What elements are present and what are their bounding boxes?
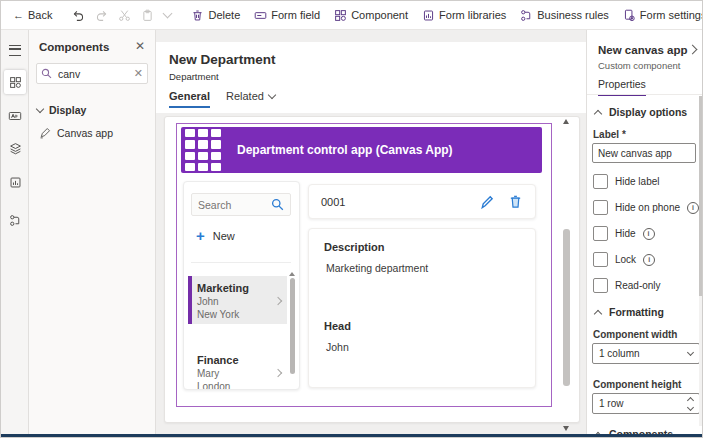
form-settings-icon: [623, 9, 636, 22]
form-title: New Department: [169, 52, 276, 67]
form-libraries-button[interactable]: Form libraries: [416, 6, 512, 25]
component-button[interactable]: Component: [328, 6, 414, 25]
formatting-section-header[interactable]: Formatting: [595, 306, 664, 318]
rail-fields-tab[interactable]: [4, 104, 26, 128]
display-options-section-header[interactable]: Display options: [595, 106, 687, 118]
checkbox[interactable]: [593, 278, 608, 293]
tab-related-label: Related: [226, 90, 264, 102]
components-icon: [9, 76, 22, 89]
department-list-panel: Search + New Marketing John New York Fin…: [183, 181, 300, 390]
chevron-up-icon: [594, 309, 602, 317]
department-city: New York: [197, 309, 287, 320]
chevron-down-icon: [163, 9, 173, 19]
department-city: London: [197, 381, 287, 390]
components-panel-title: Components: [39, 41, 109, 53]
delete-label: Delete: [208, 9, 240, 21]
new-department-button[interactable]: + New: [196, 230, 235, 242]
display-section-header[interactable]: Display: [37, 104, 86, 116]
properties-panel-subtitle: Custom component: [598, 60, 680, 71]
tab-general[interactable]: General: [169, 90, 210, 108]
library-box-icon: [9, 176, 22, 189]
delete-button[interactable]: Delete: [185, 6, 246, 25]
department-list-item[interactable]: Finance Mary London: [188, 348, 287, 388]
form-field-icon: [254, 9, 267, 22]
left-nav-rail: [1, 30, 29, 434]
canvas-app-component-item[interactable]: Canvas app: [39, 127, 113, 139]
list-scrollbar[interactable]: [289, 272, 295, 382]
search-icon: [271, 198, 284, 211]
component-height-spinner[interactable]: 1 row: [592, 393, 700, 414]
canvas-app-banner[interactable]: Department control app (Canvas App): [181, 127, 542, 173]
checkbox[interactable]: [593, 252, 608, 267]
record-detail-card: Description Marketing department Head Jo…: [308, 228, 536, 388]
checkbox-label: Lock: [615, 254, 636, 265]
close-panel-button[interactable]: ✕: [135, 41, 145, 51]
back-arrow-icon: ←: [13, 9, 24, 21]
rail-tree-view-tab[interactable]: [4, 136, 26, 160]
business-rules-icon: [520, 9, 533, 22]
business-rules-button[interactable]: Business rules: [514, 6, 615, 25]
back-button[interactable]: ← Back: [7, 6, 58, 24]
description-value: Marketing department: [326, 262, 520, 274]
edit-pencil-icon[interactable]: [479, 194, 494, 209]
chevron-down-icon: [36, 104, 44, 112]
scroll-up-icon: [289, 272, 295, 276]
label-input[interactable]: [592, 143, 696, 163]
components-search-input[interactable]: [56, 67, 130, 81]
scrollbar-thumb: [699, 96, 703, 296]
checkbox-label: Read-only: [615, 280, 661, 291]
divider: [587, 94, 703, 95]
undo-icon: [72, 9, 85, 22]
chevron-down-icon: [687, 348, 694, 355]
component-icon: [334, 9, 347, 22]
tab-related[interactable]: Related: [226, 90, 275, 108]
lock-checkbox-row: Lock i: [593, 252, 655, 267]
expand-panel-chevron-icon[interactable]: [688, 45, 698, 55]
scrollbar-thumb: [290, 278, 295, 374]
form-settings-button[interactable]: Form settings: [617, 6, 703, 25]
new-label: New: [213, 230, 235, 242]
redo-button[interactable]: [91, 6, 112, 25]
checkbox[interactable]: [593, 226, 608, 241]
paste-options-chevron[interactable]: [160, 10, 175, 20]
checkbox[interactable]: [593, 200, 608, 215]
spinner-arrows[interactable]: [688, 398, 693, 410]
record-id-card: 0001: [308, 184, 536, 219]
component-width-select[interactable]: 1 column: [592, 343, 700, 364]
department-search-box[interactable]: Search: [191, 193, 291, 216]
panel-scrollbar[interactable]: [699, 96, 703, 426]
form-field-button[interactable]: Form field: [248, 6, 326, 25]
command-bar: ← Back Delete Form field Component: [1, 1, 702, 30]
component-height-label: Component height: [593, 379, 681, 390]
clear-search-icon[interactable]: ✕: [134, 67, 143, 80]
scissors-icon: [118, 9, 131, 22]
form-field-label: Form field: [271, 9, 320, 21]
form-designer-window: ← Back Delete Form field Component: [0, 0, 703, 438]
delete-trash-icon[interactable]: [508, 194, 523, 209]
department-list-item[interactable]: Marketing John New York: [188, 276, 287, 324]
cut-button[interactable]: [114, 6, 135, 25]
chevron-down-icon: [268, 90, 276, 98]
head-label: Head: [324, 320, 520, 332]
paste-button[interactable]: [137, 6, 158, 25]
trash-icon: [191, 9, 204, 22]
plus-icon: +: [196, 230, 205, 242]
read-only-checkbox-row: Read-only: [593, 278, 661, 293]
back-label: Back: [28, 9, 52, 21]
display-options-label: Display options: [609, 106, 687, 118]
formatting-label: Formatting: [609, 306, 664, 318]
search-placeholder: Search: [198, 199, 231, 211]
department-name: Finance: [197, 354, 287, 366]
canvas-scrollbar[interactable]: [561, 116, 572, 434]
rail-form-libraries-tab[interactable]: [4, 170, 26, 194]
checkbox-label: Hide label: [615, 176, 659, 187]
business-rules-label: Business rules: [537, 9, 609, 21]
head-value: John: [326, 341, 520, 353]
rail-business-rules-tab[interactable]: [4, 208, 26, 232]
component-label: Component: [351, 9, 408, 21]
undo-button[interactable]: [68, 6, 89, 25]
menu-toggle-button[interactable]: [4, 38, 26, 62]
form-header: New Department Department General Relate…: [156, 42, 586, 113]
checkbox[interactable]: [593, 174, 608, 189]
rail-components-tab[interactable]: [4, 70, 26, 94]
